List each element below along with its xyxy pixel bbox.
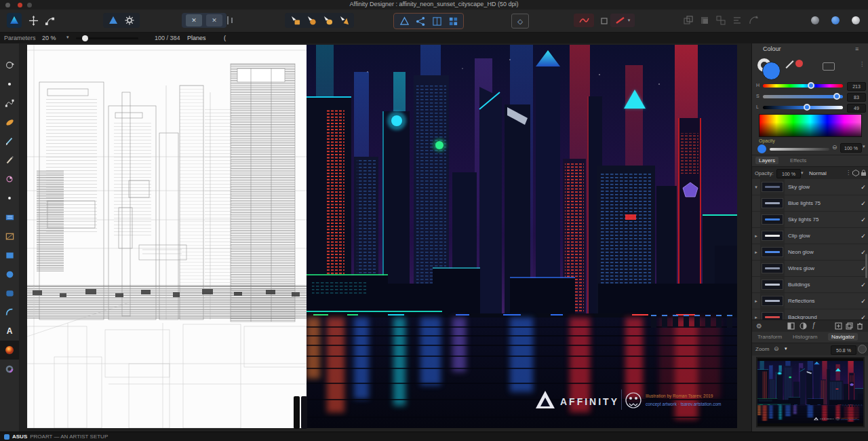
layer-settings-gear-icon[interactable]: ⚙ — [756, 322, 762, 330]
opacity-caret-icon[interactable]: ▾ — [863, 144, 865, 149]
opacity-slider[interactable] — [770, 148, 829, 151]
opacity-value-box[interactable]: 100 % — [840, 143, 862, 153]
tab-layers[interactable]: Layers — [755, 157, 778, 164]
artboard-wireframe-view[interactable] — [27, 45, 307, 428]
mask-layer-icon[interactable] — [787, 322, 795, 331]
layer-row[interactable]: ▾Sky glow✓ — [752, 179, 868, 195]
slider-value-box[interactable]: 49 — [847, 104, 866, 113]
lock-layer-icon[interactable] — [861, 170, 867, 178]
add-layer-icon[interactable] — [835, 322, 842, 331]
zoom-preset-caret[interactable]: ▾ — [785, 346, 787, 351]
node-edit-tool[interactable] — [0, 94, 19, 113]
slider-knob[interactable] — [833, 93, 840, 100]
context-mode[interactable]: Planes — [187, 35, 206, 41]
picture-frame-tool[interactable] — [0, 227, 19, 246]
donut-tool[interactable] — [0, 360, 19, 379]
collapsed-panel-tab-2[interactable] — [301, 396, 307, 429]
retina-view-icon[interactable] — [447, 15, 459, 27]
layer-visibility-check[interactable]: ✓ — [858, 298, 868, 305]
blend-mode-select[interactable]: Normal — [809, 170, 827, 176]
tab-histogram[interactable]: Histogram — [793, 334, 817, 340]
zoom-out-icon[interactable]: ⊖ — [774, 345, 779, 352]
snap-to-object-icon[interactable] — [305, 14, 317, 26]
layer-visibility-check[interactable]: ✓ — [858, 233, 868, 239]
opacity-minus-icon[interactable]: ⊖ — [832, 144, 837, 151]
layer-name[interactable]: Buildings — [785, 282, 858, 288]
layer-thumbnail[interactable] — [762, 214, 783, 225]
slider-track[interactable] — [763, 95, 843, 98]
designer-persona-icon[interactable] — [107, 14, 119, 26]
flame-brush-tool-selected[interactable] — [0, 341, 19, 360]
insert-behaviour-icon[interactable] — [224, 14, 236, 26]
blend-options-dots-icon[interactable]: ⋮ — [846, 170, 851, 176]
group-layers-icon[interactable] — [846, 322, 853, 331]
layer-name[interactable]: Reflections — [785, 298, 858, 304]
context-percent-value[interactable]: 20 % — [42, 35, 56, 41]
layer-visibility-check[interactable]: ✓ — [858, 184, 868, 191]
snap-midpoint-icon[interactable] — [338, 14, 350, 26]
collapsed-panel-tab[interactable] — [294, 396, 300, 429]
move-tool-icon[interactable] — [27, 14, 39, 26]
order-front-icon[interactable] — [682, 14, 694, 26]
swatch-pair-icon[interactable] — [823, 62, 835, 71]
smudge-tool[interactable] — [0, 170, 19, 189]
layer-visibility-check[interactable]: ✓ — [858, 282, 868, 288]
group-icon[interactable] — [715, 14, 727, 26]
history-cycle-tool[interactable] — [0, 56, 19, 75]
artboard-rendered-view[interactable]: AFFINITY Illustration by Roman Tsarev, 2… — [307, 45, 737, 428]
colour-spectrum-box[interactable] — [759, 114, 862, 137]
layer-row[interactable]: ▸Clip glow✓ — [752, 228, 868, 244]
affinity-logo-icon[interactable] — [7, 13, 22, 28]
pencil-swatch-icon[interactable] — [785, 60, 793, 69]
layer-thumbnail[interactable] — [762, 263, 783, 273]
transform-icon[interactable] — [747, 14, 760, 26]
slider-value-box[interactable]: 83 — [847, 93, 866, 102]
tab-navigator[interactable]: Navigator — [828, 333, 858, 341]
corner-tool[interactable] — [0, 303, 19, 322]
colour-panel-menu-icon[interactable]: ≡ — [855, 45, 859, 52]
preview-mode-button[interactable]: ◇ — [511, 14, 529, 28]
rounded-rectangle-tool[interactable] — [0, 284, 19, 303]
pencil-tool[interactable] — [0, 132, 19, 151]
layer-thumbnail[interactable] — [762, 296, 783, 306]
help-button[interactable] — [852, 16, 860, 24]
outline-view-icon[interactable] — [398, 15, 410, 27]
contact-sync-button[interactable] — [811, 16, 819, 24]
vector-brush-tool[interactable] — [0, 113, 19, 132]
canvas-area[interactable]: AFFINITY Illustration by Roman Tsarev, 2… — [19, 43, 751, 432]
snap-to-shape-icon[interactable] — [321, 14, 334, 26]
align-icon[interactable] — [731, 14, 743, 26]
layer-row[interactable]: Buildings✓ — [752, 277, 868, 293]
transform-objects-icon[interactable]: ✕ — [206, 14, 222, 26]
layer-name[interactable]: Sky glow — [785, 184, 858, 190]
layer-thumbnail[interactable] — [762, 247, 783, 257]
layer-expand-arrow[interactable]: ▸ — [752, 299, 760, 304]
layer-name[interactable]: Blue lights 75 — [785, 200, 858, 206]
navigator-thumbnail[interactable] — [756, 357, 865, 427]
colour-picker-tool[interactable] — [0, 75, 19, 94]
layer-row[interactable]: Wires glow✓ — [752, 261, 868, 277]
layer-effects-fx-icon[interactable]: ƒ — [812, 322, 816, 329]
layer-name[interactable]: Clip glow — [785, 233, 858, 239]
layer-expand-arrow[interactable]: ▸ — [752, 233, 760, 239]
export-persona-icon[interactable] — [123, 14, 136, 26]
opacity-colour-dot[interactable] — [757, 145, 766, 153]
ellipse-tool[interactable] — [0, 265, 19, 284]
layer-expand-arrow[interactable]: ▾ — [752, 185, 760, 190]
layer-visibility-check[interactable]: ✓ — [858, 216, 868, 223]
cloud-account-button[interactable] — [831, 16, 840, 24]
context-slider[interactable] — [76, 37, 138, 39]
layer-row[interactable]: ▸Reflections✓ — [752, 293, 868, 309]
layer-name[interactable]: Wires glow — [785, 265, 858, 271]
split-view-icon[interactable] — [414, 15, 427, 27]
fit-zoom-button[interactable] — [858, 345, 867, 353]
swap-colour-icon[interactable] — [598, 15, 610, 27]
order-back-icon[interactable] — [698, 14, 711, 26]
layer-row[interactable]: ▸Neon glow✓ — [752, 244, 868, 261]
layer-name[interactable]: Neon glow — [785, 249, 858, 255]
adjustment-layer-icon[interactable] — [800, 322, 807, 331]
current-brush-button[interactable]: ▾ — [610, 14, 635, 27]
fill-tool[interactable] — [0, 189, 19, 208]
slider-knob[interactable] — [804, 104, 810, 111]
context-dropdown-caret[interactable]: ▾ — [66, 35, 69, 40]
